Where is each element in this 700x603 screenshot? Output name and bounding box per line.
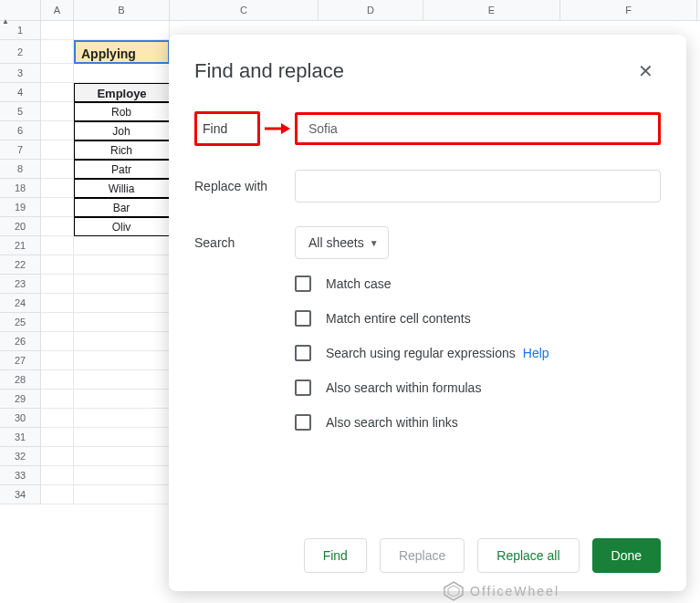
cell[interactable] [41,198,74,217]
cell[interactable] [74,294,170,313]
match-case-checkbox[interactable] [295,276,311,292]
close-button[interactable]: ✕ [631,57,661,86]
replace-input[interactable] [295,170,661,203]
cell[interactable] [74,409,170,428]
regex-label: Search using regular expressions [326,346,516,360]
cell[interactable] [41,351,74,370]
cell[interactable] [41,255,74,275]
cell[interactable] [41,370,74,390]
row-header[interactable]: 22 [0,255,41,275]
cell[interactable] [41,313,74,332]
data-cell[interactable]: Joh [74,121,170,140]
cell[interactable] [41,160,74,179]
col-header-C[interactable]: C [170,0,319,20]
search-label: Search [194,235,295,250]
col-header-A[interactable]: A [41,0,74,20]
row-header[interactable]: 32 [0,447,41,466]
row-header[interactable]: 21 [0,236,41,255]
row-header[interactable]: 24 [0,294,41,313]
cell[interactable] [41,102,74,121]
data-cell[interactable]: Rob [74,102,170,121]
cell[interactable] [41,140,74,160]
cell[interactable] [74,390,170,409]
cell[interactable] [74,21,170,40]
replace-label: Replace with [194,179,295,193]
cell[interactable] [41,409,74,428]
cell[interactable] [41,217,74,236]
cell[interactable] [74,332,170,351]
find-input[interactable] [295,112,661,145]
row-header[interactable]: 3 [0,64,41,83]
cell[interactable] [41,275,74,294]
cell[interactable] [41,64,74,83]
find-button[interactable]: Find [304,538,367,573]
cell[interactable] [41,121,74,140]
cell[interactable] [74,428,170,447]
title-cell[interactable]: Applying [74,40,170,64]
dialog-title: Find and replace [194,59,344,83]
cell[interactable] [74,485,170,504]
row-header[interactable]: 30 [0,409,41,428]
row-header[interactable]: 27 [0,351,41,370]
cell[interactable] [41,485,74,504]
row-header[interactable]: 8 [0,160,41,179]
col-header-E[interactable]: E [423,0,560,20]
replace-button[interactable]: Replace [380,538,465,573]
regex-checkbox[interactable] [295,345,311,361]
col-header-F[interactable]: F [560,0,697,20]
data-cell[interactable]: Bar [74,198,170,217]
cell[interactable] [74,236,170,255]
cell[interactable] [41,447,74,466]
row-header[interactable]: 28 [0,370,41,390]
row-header[interactable]: 2 [0,40,41,64]
cell[interactable] [41,428,74,447]
cell[interactable] [74,351,170,370]
row-header[interactable]: 18 [0,179,41,198]
row-header[interactable]: 20 [0,217,41,236]
row-header[interactable]: 25 [0,313,41,332]
formulas-checkbox[interactable] [295,379,311,396]
cell[interactable] [74,275,170,294]
row-header[interactable]: 33 [0,466,41,485]
links-checkbox[interactable] [295,414,311,431]
cell[interactable] [41,466,74,485]
cell[interactable] [41,40,74,64]
data-cell[interactable]: Rich [74,140,170,160]
search-scope-dropdown[interactable]: All sheets ▼ [295,226,389,259]
col-header-B[interactable]: B [74,0,170,20]
cell[interactable] [41,236,74,255]
row-header[interactable]: 26 [0,332,41,351]
cell[interactable] [41,332,74,351]
cell[interactable] [74,447,170,466]
row-header[interactable]: 4 [0,83,41,102]
replace-all-button[interactable]: Replace all [477,538,579,573]
done-button[interactable]: Done [592,538,661,573]
row-header[interactable]: 31 [0,428,41,447]
regex-help-link[interactable]: Help [523,346,549,360]
row-header[interactable]: 7 [0,140,41,160]
row-header[interactable]: 29 [0,390,41,409]
row-header[interactable]: 5 [0,102,41,121]
cell[interactable] [41,294,74,313]
data-cell[interactable]: Patr [74,160,170,179]
col-header-D[interactable]: D [319,0,423,20]
row-header[interactable]: 19 [0,198,41,217]
annotation-arrow [260,122,295,135]
cell[interactable] [74,255,170,275]
cell[interactable] [41,83,74,102]
data-cell[interactable]: Oliv [74,217,170,236]
cell[interactable] [74,370,170,390]
match-entire-checkbox[interactable] [295,310,311,327]
table-header[interactable]: Employe [74,83,170,102]
cell[interactable] [74,64,170,83]
cell[interactable] [74,466,170,485]
hidden-rows-up-icon[interactable]: ▲ [2,17,9,26]
row-header[interactable]: 23 [0,275,41,294]
cell[interactable] [74,313,170,332]
data-cell[interactable]: Willia [74,179,170,198]
cell[interactable] [41,390,74,409]
cell[interactable] [41,179,74,198]
cell[interactable] [41,21,74,40]
row-header[interactable]: 6 [0,121,41,140]
row-header[interactable]: 34 [0,485,41,504]
